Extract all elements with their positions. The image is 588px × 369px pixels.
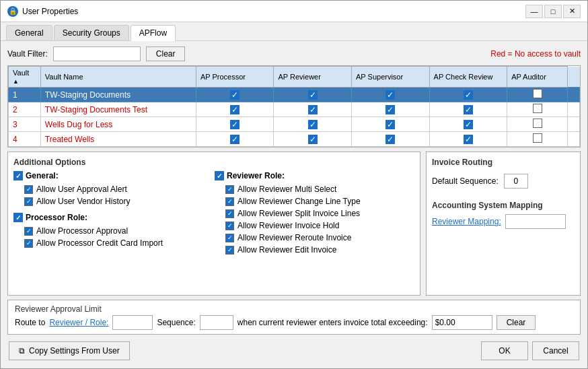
tab-security-groups[interactable]: Security Groups [54, 25, 129, 40]
reviewer-checkbox[interactable]: ✓ [215, 171, 224, 180]
table-row[interactable]: 2 TW-Staging Documents Test ✓ ✓ ✓ ✓ [9, 102, 580, 117]
checkbox-ap-processor-4[interactable]: ✓ [230, 135, 240, 144]
checkbox-ap-processor-3[interactable]: ✓ [230, 120, 240, 129]
col-ap-supervisor[interactable]: AP Supervisor [352, 67, 430, 88]
cell-ap-processor[interactable]: ✓ [196, 88, 274, 102]
vault-table-section: Vault Vault Name AP Processor AP Reviewe… [7, 65, 581, 147]
table-row[interactable]: 1 TW-Staging Documents ✓ ✓ ✓ ✓ [9, 88, 580, 102]
checkbox-ap-check-2[interactable]: ✓ [464, 105, 473, 114]
tab-general[interactable]: General [6, 25, 52, 40]
table-row[interactable]: 4 Treated Wells ✓ ✓ ✓ ✓ [9, 132, 580, 147]
maximize-button[interactable]: □ [544, 5, 562, 18]
checkbox-ap-reviewer-2[interactable]: ✓ [308, 105, 318, 114]
tab-apflow[interactable]: APFlow [131, 25, 176, 41]
checkbox-ap-check-3[interactable]: ✓ [464, 120, 473, 129]
col-vault[interactable]: Vault [9, 67, 41, 88]
col-ap-auditor[interactable]: AP Auditor [507, 67, 568, 88]
col-ap-processor[interactable]: AP Processor [196, 67, 274, 88]
col-vault-name[interactable]: Vault Name [40, 67, 196, 88]
reviewer-role-link[interactable]: Reviewer / Role: [49, 318, 108, 327]
checkbox-multi-select[interactable]: ✓ [225, 185, 234, 194]
col-ap-check-review[interactable]: AP Check Review [429, 67, 507, 88]
sequence-input[interactable] [200, 315, 233, 330]
option-invoice-hold: ✓ Allow Reviewer Invoice Hold [215, 221, 414, 230]
checkbox-vendor-history[interactable]: ✓ [24, 197, 33, 206]
checkbox-approval-alert[interactable]: ✓ [24, 185, 33, 194]
label-processor-approval: Allow Processor Approval [36, 226, 128, 236]
checkbox-ap-supervisor-4[interactable]: ✓ [385, 135, 395, 144]
cell-ap-processor[interactable]: ✓ [196, 132, 274, 147]
checkbox-split-invoice[interactable]: ✓ [225, 209, 234, 218]
general-checkbox[interactable]: ✓ [13, 171, 23, 180]
window-icon: 🔒 [7, 6, 18, 17]
reviewer-mapping-input[interactable] [505, 214, 566, 229]
checkbox-ap-auditor-3[interactable] [533, 119, 542, 128]
checkbox-ap-auditor-1[interactable] [533, 89, 542, 98]
cell-vault-id: 2 [9, 102, 41, 117]
close-button[interactable]: ✕ [563, 5, 581, 18]
reviewer-mapping-link[interactable]: Reviewer Mapping: [432, 217, 501, 226]
checkbox-ap-reviewer-3[interactable]: ✓ [308, 120, 318, 129]
checkbox-change-line-type[interactable]: ✓ [225, 197, 234, 206]
table-row[interactable]: 3 Wells Dug for Less ✓ ✓ ✓ ✓ [9, 117, 580, 132]
col-ap-reviewer[interactable]: AP Reviewer [274, 67, 352, 88]
checkbox-edit-invoice[interactable]: ✓ [225, 246, 234, 255]
copy-label: Copy Settings From User [29, 346, 120, 356]
option-reroute-invoice: ✓ Allow Reviewer Reroute Invoice [215, 233, 414, 242]
cell-ap-processor[interactable]: ✓ [196, 102, 274, 117]
additional-options-title: Additional Options [13, 158, 414, 167]
reviewer-approval-clear-button[interactable]: Clear [497, 315, 536, 330]
cell-ap-auditor[interactable] [507, 88, 568, 102]
vault-filter-clear-button[interactable]: Clear [146, 46, 186, 61]
cell-ap-reviewer[interactable]: ✓ [274, 132, 352, 147]
cell-ap-reviewer[interactable]: ✓ [274, 117, 352, 132]
checkbox-ap-supervisor-3[interactable]: ✓ [385, 120, 395, 129]
title-bar: 🔒 User Properties — □ ✕ [1, 1, 587, 22]
cell-ap-check[interactable]: ✓ [429, 102, 507, 117]
vault-filter-row: Vault Filter: Clear [7, 46, 185, 61]
cell-ap-auditor[interactable] [507, 132, 568, 147]
cell-ap-supervisor[interactable]: ✓ [352, 117, 430, 132]
checkbox-invoice-hold[interactable]: ✓ [225, 222, 234, 230]
copy-icon: ⧉ [19, 346, 25, 356]
copy-settings-button[interactable]: ⧉ Copy Settings From User [9, 341, 130, 360]
checkbox-ap-supervisor-1[interactable]: ✓ [385, 90, 395, 100]
checkbox-ap-reviewer-4[interactable]: ✓ [308, 135, 318, 144]
checkbox-ap-supervisor-2[interactable]: ✓ [385, 105, 395, 114]
cell-ap-reviewer[interactable]: ✓ [274, 102, 352, 117]
checkbox-ap-processor-2[interactable]: ✓ [230, 105, 240, 114]
cell-vault-name: TW-Staging Documents Test [40, 102, 196, 117]
label-approval-alert: Allow User Approval Alert [36, 184, 127, 194]
reviewer-input[interactable] [112, 315, 153, 330]
cell-ap-supervisor[interactable]: ✓ [352, 132, 430, 147]
cell-ap-check[interactable]: ✓ [429, 117, 507, 132]
checkbox-credit-card-import[interactable]: ✓ [24, 239, 33, 248]
checkbox-ap-check-1[interactable]: ✓ [464, 90, 473, 100]
checkbox-ap-reviewer-1[interactable]: ✓ [308, 90, 318, 100]
cell-ap-supervisor[interactable]: ✓ [352, 102, 430, 117]
cancel-button[interactable]: Cancel [532, 341, 579, 360]
minimize-button[interactable]: — [525, 5, 543, 18]
amount-input[interactable] [432, 315, 492, 330]
cell-ap-processor[interactable]: ✓ [196, 117, 274, 132]
checkbox-ap-processor-1[interactable]: ✓ [230, 90, 240, 100]
cell-ap-check[interactable]: ✓ [429, 88, 507, 102]
ok-button[interactable]: OK [481, 341, 528, 360]
cell-ap-auditor[interactable] [507, 102, 568, 117]
vault-filter-input[interactable] [53, 46, 141, 61]
checkbox-ap-check-4[interactable]: ✓ [464, 135, 473, 144]
checkbox-ap-auditor-2[interactable] [533, 104, 542, 113]
checkbox-ap-auditor-4[interactable] [533, 133, 542, 143]
cell-ap-reviewer[interactable]: ✓ [274, 88, 352, 102]
processor-checkbox[interactable]: ✓ [13, 213, 23, 222]
invoice-routing-panel: Invoice Routing Default Sequence: Accoun… [426, 152, 581, 296]
checkbox-reroute-invoice[interactable]: ✓ [225, 234, 234, 242]
default-seq-input[interactable] [504, 174, 528, 189]
right-option-group: ✓ Reviewer Role: ✓ Allow Reviewer Multi … [215, 171, 414, 255]
reviewer-header: ✓ Reviewer Role: [215, 171, 414, 180]
cell-ap-auditor[interactable] [507, 117, 568, 132]
red-note: Red = No access to vault [490, 49, 581, 59]
cell-ap-supervisor[interactable]: ✓ [352, 88, 430, 102]
cell-ap-check[interactable]: ✓ [429, 132, 507, 147]
checkbox-processor-approval[interactable]: ✓ [24, 227, 33, 236]
